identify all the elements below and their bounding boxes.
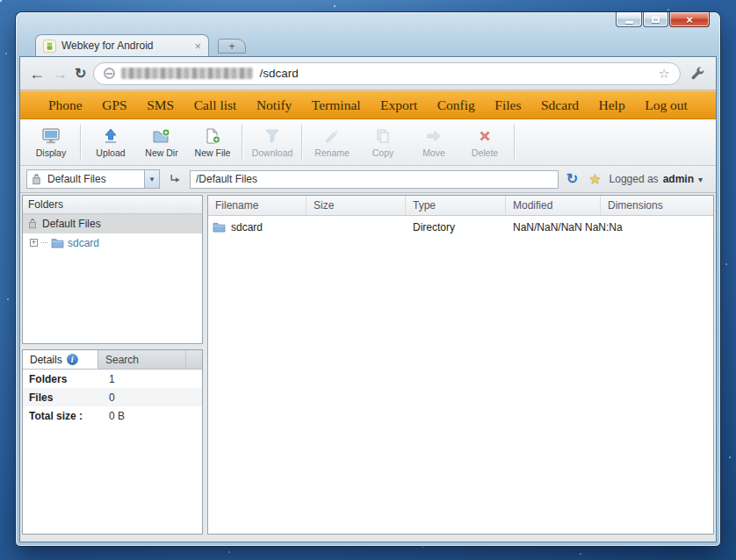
back-button[interactable]: ← <box>29 66 45 82</box>
close-button[interactable]: × <box>669 12 710 27</box>
minimize-button[interactable] <box>616 12 642 27</box>
display-icon <box>42 127 60 145</box>
usb-storage-icon <box>27 174 44 185</box>
tree-item-default-files[interactable]: Default Files <box>23 214 202 233</box>
tab-search[interactable]: Search <box>98 350 186 369</box>
file-toolbar: Display Upload New Dir <box>20 119 716 166</box>
volume-dropdown-icon[interactable]: ▾ <box>144 170 159 188</box>
bookmark-star-icon[interactable]: ☆ <box>659 66 670 82</box>
tree-item-label: Default Files <box>42 218 101 230</box>
move-button[interactable]: Move <box>408 122 459 162</box>
new-dir-button[interactable]: New Dir <box>136 122 187 162</box>
file-table-header: Filename Size Type Modified Dimensions <box>208 196 713 216</box>
menu-item-logout[interactable]: Log out <box>645 97 688 113</box>
toolbar-separator <box>514 125 516 160</box>
new-file-button[interactable]: New File <box>187 122 238 162</box>
tab-details[interactable]: Details i <box>23 350 98 369</box>
details-tabs: Details i Search <box>23 350 202 370</box>
menu-item-sms[interactable]: SMS <box>147 97 174 113</box>
filename-text: sdcard <box>231 221 263 233</box>
new-folder-icon <box>153 127 170 145</box>
stat-row-total-size: Total size : 0 B <box>23 406 202 425</box>
go-arrow-icon <box>169 173 182 186</box>
tab-title: Webkey for Android <box>61 39 189 52</box>
table-row-sdcard[interactable]: sdcard Directory NaN/NaN/NaN NaN:Na <box>208 216 713 238</box>
menu-item-notify[interactable]: Notify <box>256 97 292 113</box>
main-menubar: Phone GPS SMS Call list Notify Terminal … <box>20 90 716 119</box>
download-button[interactable]: Download <box>247 122 298 162</box>
delete-x-icon <box>477 127 493 145</box>
info-icon: i <box>67 354 78 365</box>
menu-item-gps[interactable]: GPS <box>102 97 126 113</box>
new-tab-button[interactable]: + <box>218 39 246 54</box>
delete-button[interactable]: Delete <box>459 122 510 162</box>
move-arrow-icon <box>426 127 442 145</box>
volume-label: Default Files <box>44 173 144 185</box>
menu-item-call-list[interactable]: Call list <box>194 97 237 113</box>
browser-tab[interactable]: Webkey for Android × <box>35 34 209 56</box>
menu-item-files[interactable]: Files <box>494 97 521 113</box>
go-to-path-button[interactable] <box>165 169 184 189</box>
cell-modified: NaN/NaN/NaN NaN:Na <box>506 221 601 233</box>
folder-icon <box>51 238 64 248</box>
desktop-stars <box>0 0 2 2</box>
stat-value: 0 B <box>109 410 125 422</box>
stat-label: Files <box>23 391 109 404</box>
refresh-button[interactable]: ↻ <box>564 172 581 186</box>
folders-panel-header: Folders <box>23 196 202 214</box>
browser-navbar: ← → ↻ /sdcard ☆ <box>20 57 716 90</box>
rename-pencil-icon <box>324 127 340 145</box>
window-titlebar[interactable]: × <box>16 12 720 32</box>
page-scheme-icon[interactable] <box>104 68 115 79</box>
maximize-button[interactable] <box>643 12 668 27</box>
cell-filename: sdcard <box>208 221 307 233</box>
browser-window: × Webkey for Android × <box>16 12 720 546</box>
rename-button[interactable]: Rename <box>307 122 357 162</box>
forward-button[interactable]: → <box>52 66 68 82</box>
menu-item-terminal[interactable]: Terminal <box>312 97 361 113</box>
volume-select[interactable]: Default Files ▾ <box>26 169 160 189</box>
column-header-filename[interactable]: Filename <box>208 196 307 215</box>
tree-item-sdcard[interactable]: + sdcard <box>23 233 202 252</box>
menu-item-sdcard[interactable]: Sdcard <box>541 97 579 113</box>
column-header-type[interactable]: Type <box>406 196 506 215</box>
wrench-menu-button[interactable] <box>688 64 707 83</box>
download-funnel-icon <box>263 127 281 145</box>
wrench-icon <box>690 66 705 81</box>
minimize-icon <box>625 21 633 24</box>
upload-button[interactable]: Upload <box>85 122 136 162</box>
column-header-dimensions[interactable]: Dimensions <box>601 196 713 215</box>
copy-button[interactable]: Copy <box>357 122 408 162</box>
menu-item-export[interactable]: Export <box>380 97 417 113</box>
toolbar-separator <box>80 125 82 160</box>
stat-row-files: Files 0 <box>23 388 202 406</box>
path-input[interactable] <box>190 170 559 189</box>
add-favorite-button[interactable] <box>587 170 604 188</box>
close-icon: × <box>686 14 693 25</box>
column-header-size[interactable]: Size <box>307 196 406 215</box>
tab-close-icon[interactable]: × <box>194 40 201 52</box>
reload-button[interactable]: ↻ <box>75 67 86 81</box>
column-header-modified[interactable]: Modified <box>506 196 601 215</box>
menu-item-help[interactable]: Help <box>599 97 625 113</box>
cell-type: Directory <box>406 221 506 233</box>
plus-icon: + <box>228 40 235 53</box>
stat-label: Folders <box>23 373 109 385</box>
stat-value: 1 <box>109 373 115 385</box>
upload-icon <box>102 127 119 145</box>
address-bar[interactable]: /sdcard ☆ <box>93 62 681 85</box>
tab-search-label: Search <box>105 354 139 366</box>
folders-panel-title: Folders <box>28 198 63 211</box>
desktop: × Webkey for Android × <box>0 0 736 560</box>
menu-item-phone[interactable]: Phone <box>48 97 83 113</box>
tree-item-label: sdcard <box>68 237 99 249</box>
left-column: Folders Default Files + <box>22 195 203 535</box>
logged-as-menu[interactable]: Logged as admin ▾ <box>610 173 710 185</box>
chevron-down-icon: ▾ <box>698 175 703 184</box>
display-button[interactable]: Display <box>25 122 76 162</box>
tree-expander-icon[interactable]: + <box>30 239 38 247</box>
folder-icon <box>213 222 226 233</box>
url-redacted-segment <box>121 68 253 79</box>
window-controls: × <box>616 12 710 27</box>
menu-item-config[interactable]: Config <box>437 97 475 113</box>
